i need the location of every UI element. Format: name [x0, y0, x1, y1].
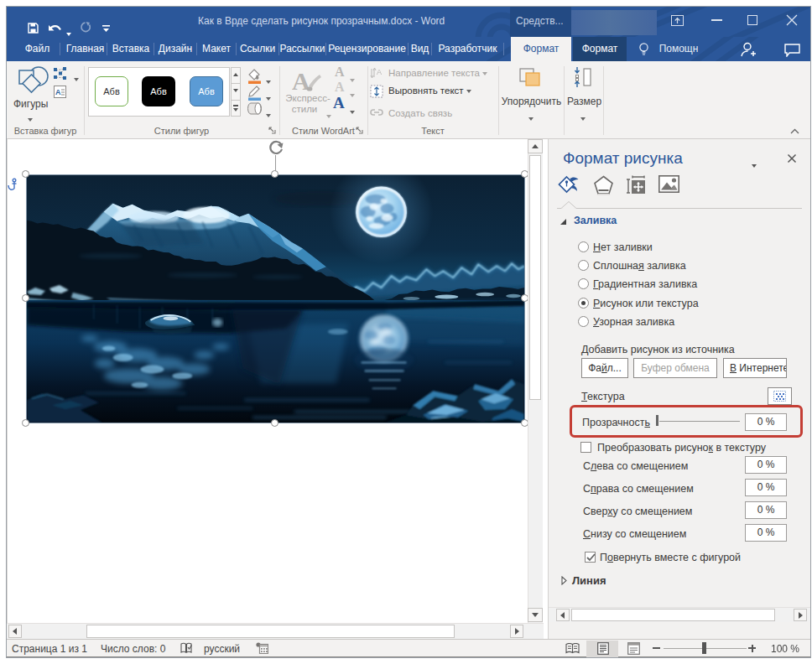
svg-text:A: A — [55, 88, 61, 96]
svg-text:A: A — [377, 68, 382, 76]
svg-text:A: A — [292, 68, 310, 95]
